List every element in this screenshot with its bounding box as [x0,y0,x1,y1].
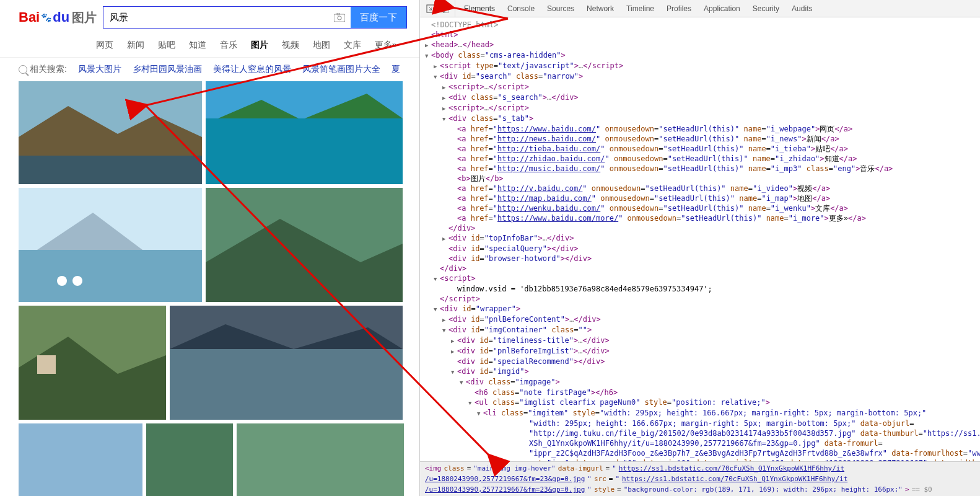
paw-icon: 🐾 [41,12,51,22]
devtools-tab[interactable]: Sources [547,4,574,13]
search-box: 百度一下 [103,6,407,29]
svg-rect-19 [37,355,56,374]
svg-rect-22 [170,349,403,420]
image-thumb[interactable] [237,423,404,496]
devtools-tab[interactable]: Profiles [667,4,691,13]
related-link[interactable]: 风景简笔画图片大全 [302,64,380,74]
image-thumb[interactable] [206,81,403,184]
svg-rect-25 [237,423,404,496]
image-thumb[interactable] [170,306,403,420]
device-icon[interactable] [440,4,448,13]
nav-tabs: 网页新闻贴吧知道音乐图片视频地图文库更多» [0,35,419,58]
related-link[interactable]: 风景大图片 [78,64,121,74]
baidu-logo[interactable]: Bai 🐾 du 图片 [19,9,97,26]
related-searches: 相关搜索: 风景大图片乡村田园风景油画美得让人窒息的风景风景简笔画图片大全夏 [0,58,419,81]
related-link[interactable]: 美得让人窒息的风景 [213,64,291,74]
nav-tab[interactable]: 视频 [282,40,299,51]
svg-rect-12 [19,250,202,302]
related-link[interactable]: 乡村田园风景油画 [133,64,202,74]
image-thumb[interactable] [19,306,166,420]
nav-tab[interactable]: 新闻 [127,40,144,51]
svg-rect-5 [19,156,202,184]
image-gallery [0,81,419,496]
nav-tab[interactable]: 文库 [344,40,361,51]
svg-rect-27 [440,6,445,12]
header: Bai 🐾 du 图片 百度一下 [0,0,419,35]
image-thumb[interactable] [206,188,403,302]
devtools-pane: ElementsConsoleSourcesNetworkTimelinePro… [420,0,980,496]
svg-point-13 [57,276,67,286]
nav-tab[interactable]: 地图 [313,40,330,51]
related-link[interactable]: 夏 [392,64,400,74]
search-icon [19,65,27,74]
nav-tab[interactable]: 贴吧 [158,40,175,51]
devtools-tab[interactable]: Elements [464,4,495,13]
search-input[interactable] [103,7,328,28]
devtools-tab[interactable]: Application [704,4,740,13]
devtools-tab[interactable]: Console [507,4,535,13]
devtools-tab[interactable]: Timeline [626,4,654,13]
dom-tree[interactable]: <!DOCTYPE html><html><head>…</head><body… [420,17,980,461]
devtools-tab[interactable]: Network [587,4,614,13]
devtools-tab[interactable]: Security [753,4,779,13]
image-thumb[interactable] [146,423,233,496]
svg-point-1 [338,16,341,20]
baidu-page: Bai 🐾 du 图片 百度一下 网页新闻贴吧知道音乐图片视频地图文库更多» 相… [0,0,420,496]
nav-tab[interactable]: 知道 [189,40,206,51]
svg-rect-24 [146,423,233,496]
svg-rect-0 [334,14,345,22]
devtools-toolbar: ElementsConsoleSourcesNetworkTimelinePro… [420,0,980,17]
image-thumb[interactable] [19,188,202,302]
nav-tab[interactable]: 网页 [96,40,113,51]
svg-rect-7 [206,118,403,184]
related-label: 相关搜索: [19,64,67,75]
image-thumb[interactable] [19,423,142,496]
svg-rect-23 [19,423,142,496]
svg-point-14 [72,276,82,286]
search-button[interactable]: 百度一下 [351,7,406,28]
logo-du: du [53,9,69,25]
nav-tab[interactable]: 音乐 [220,40,237,51]
logo-bai: Bai [19,9,40,25]
highlighted-source: <img class="main_img img-hover" data-img… [420,461,980,496]
image-thumb[interactable] [19,81,202,184]
nav-tab[interactable]: 更多» [375,40,397,51]
nav-tab[interactable]: 图片 [251,40,268,51]
logo-sub: 图片 [72,9,97,26]
devtools-tabs: ElementsConsoleSourcesNetworkTimelinePro… [455,4,812,13]
camera-icon[interactable] [328,7,351,28]
devtools-tab[interactable]: Audits [792,4,812,13]
inspect-icon[interactable] [426,4,435,13]
